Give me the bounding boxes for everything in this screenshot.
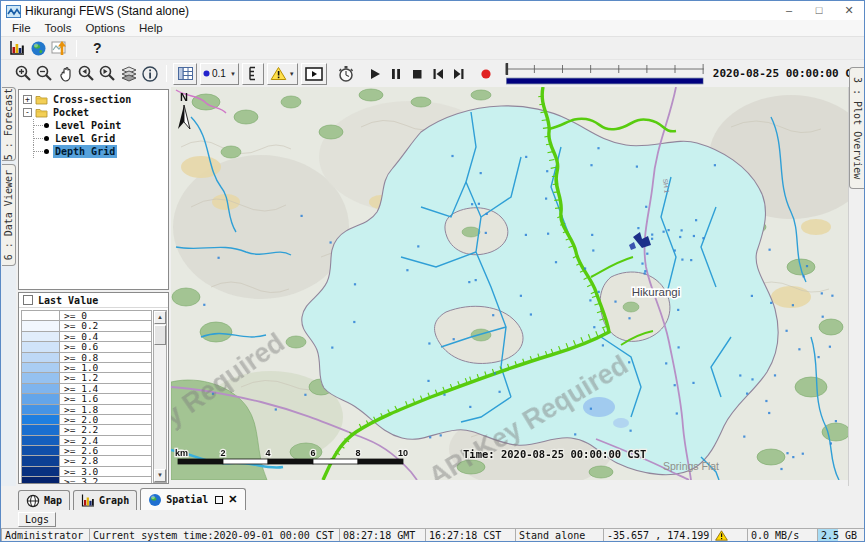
menu-help[interactable]: Help [132,22,170,34]
map-canvas[interactable]: Hikurangi Springs Flat SH 1 API Key Requ… [171,87,848,480]
tree-item-label[interactable]: Level Grid [53,132,117,145]
pause-button[interactable] [386,64,407,84]
zoom-next-icon[interactable] [97,64,118,84]
folder-icon [35,94,48,105]
legend-scrollbar[interactable]: ▲ ▼ [153,310,167,483]
status-coordinates: -35.657 , 174.199 [603,528,711,542]
zoom-in-icon[interactable] [13,64,34,84]
data-tree[interactable]: + Cross-section - [18,89,169,290]
main-area: 5 : Forecast 6 : Data Viewer + Cross-sec… [1,87,865,486]
tree-expander-icon[interactable]: + [23,95,32,104]
graph-chart-icon [81,494,95,507]
timeline-handle[interactable] [505,63,508,75]
database-chart-icon[interactable] [7,38,28,58]
export-timeseries-icon[interactable] [49,38,70,58]
menu-file[interactable]: File [5,22,38,34]
tab-map[interactable]: Map [18,490,70,510]
legend-label: >= 0.4 [60,332,98,341]
grid-display-button[interactable] [173,63,197,85]
legend-color-swatch [22,394,60,403]
title-bar[interactable]: Hikurangi FEWS (Stand alone) – □ ✕ [1,1,864,20]
bullet-icon [44,123,49,128]
legend-list[interactable]: >= 0 >= 0.2 >= 0.4 [21,310,152,483]
legend-color-swatch [22,353,60,362]
scroll-thumb[interactable] [154,325,166,345]
timeline-slider[interactable] [505,61,705,87]
spatial-globe-icon [148,493,162,507]
tab-plot-overview[interactable]: 3 : Plot Overview [849,67,864,189]
minimize-button[interactable]: – [774,1,804,20]
tree-item-label[interactable]: Pocket [51,106,91,119]
legend-row[interactable]: >= 3.2 [22,477,151,483]
app-window: Hikurangi FEWS (Stand alone) – □ ✕ File … [0,0,865,542]
tree-item[interactable]: Level Grid [19,132,168,145]
status-download-rate: 0.0 MB/s [747,528,817,542]
scroll-down-icon[interactable]: ▼ [154,469,166,482]
logs-button[interactable]: Logs [18,512,56,527]
legend-color-swatch [22,332,60,341]
chevron-down-icon: ▼ [289,71,295,77]
scroll-up-icon[interactable]: ▲ [154,311,166,324]
tab-restore-icon[interactable] [215,496,223,504]
scale-ruler-button[interactable] [242,63,264,85]
timeline-datetime: 2020-08-25 00:00:00 CST [713,67,865,80]
zoom-previous-icon[interactable] [76,64,97,84]
tab-forecast[interactable]: 5 : Forecast [2,87,16,161]
tree-item[interactable]: - Pocket [19,106,168,119]
bottom-tab-bar: Map Graph Spatial ✕ [1,486,865,510]
zoom-out-icon[interactable] [34,64,55,84]
legend-label: >= 2.6 [60,446,98,455]
help-icon[interactable]: ? [93,40,102,56]
tree-item[interactable]: + Cross-section [19,93,168,106]
step-forward-button[interactable] [449,64,470,84]
tab-close-icon[interactable]: ✕ [228,493,237,506]
pan-hand-icon[interactable] [55,64,76,84]
legend-color-swatch [22,311,60,320]
warning-icon [715,530,728,541]
chevron-down-icon: ▼ [230,71,236,77]
tree-item-label[interactable]: Level Point [53,119,123,132]
svg-text:N: N [180,91,188,103]
legend-color-swatch [22,467,60,476]
play-button[interactable] [365,64,386,84]
warnings-dropdown[interactable]: ▼ [267,63,298,85]
threshold-value-dropdown[interactable]: 0.1 ▼ [200,63,239,85]
legend-label: >= 1.0 [60,363,98,372]
globe-icon[interactable] [28,38,49,58]
legend-row[interactable]: >= 0.6 [22,342,151,352]
tree-item[interactable]: Level Point [19,119,168,132]
tab-spatial[interactable]: Spatial ✕ [140,488,245,510]
data-viewer-panel: + Cross-section - [16,87,171,486]
tree-item-label[interactable]: Depth Grid [53,145,117,158]
locality-label: Springs Flat [663,460,719,472]
info-icon[interactable] [139,64,160,84]
layers-icon[interactable] [118,64,139,84]
legend-label: >= 1.6 [60,394,98,403]
step-back-button[interactable] [428,64,449,84]
timeline-range-bar [506,78,703,84]
legend-label: >= 0.6 [60,342,98,351]
tab-graph[interactable]: Graph [73,490,137,510]
tree-expander-icon[interactable]: - [23,108,32,117]
close-button[interactable]: ✕ [834,1,864,20]
schedule-clock-icon[interactable] [336,64,357,84]
legend-panel: Last Value >= 0 >= 0.2 [18,292,169,484]
status-warning[interactable] [711,528,747,542]
tree-item[interactable]: Depth Grid [19,145,168,158]
record-button[interactable] [476,64,497,84]
legend-label: >= 0 [60,311,87,320]
animation-player-button[interactable] [301,63,327,85]
tree-item-label[interactable]: Cross-section [51,93,133,106]
legend-row[interactable]: >= 1.6 [22,394,151,404]
menu-tools[interactable]: Tools [38,22,79,34]
last-value-row[interactable]: Last Value [19,293,168,308]
last-value-checkbox[interactable] [23,295,33,305]
maximize-button[interactable]: □ [804,1,834,20]
window-title: Hikurangi FEWS (Stand alone) [25,4,189,18]
status-memory: 2.5 GB [817,528,865,542]
tree-connector [33,119,43,132]
menu-options[interactable]: Options [78,22,132,34]
main-toolbar: ? [1,37,864,59]
stop-button[interactable] [407,64,428,84]
tab-data-viewer[interactable]: 6 : Data Viewer [2,164,16,266]
